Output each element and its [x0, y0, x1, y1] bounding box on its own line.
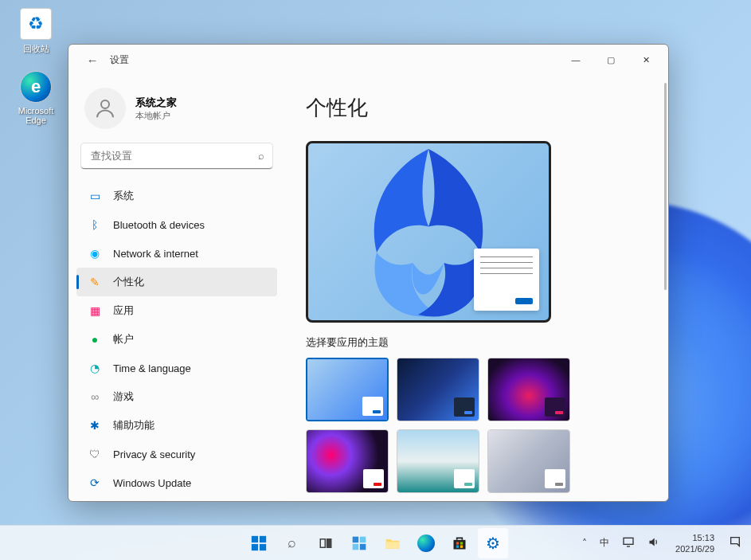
theme-grid [306, 358, 652, 493]
search-input[interactable] [81, 143, 272, 169]
titlebar[interactable]: ← 设置 — ▢ ✕ [68, 45, 668, 75]
time-icon: ◔ [88, 361, 102, 375]
sidebar: 系统之家 本地帐户 ⌕ ▭系统ᛒBluetooth & devices◉Netw… [68, 75, 284, 501]
sidebar-item-label: 辅助功能 [113, 418, 155, 433]
taskbar-center: ⌕ ⚙ [244, 528, 508, 558]
svg-rect-9 [352, 543, 358, 550]
theme-option-4[interactable] [306, 429, 389, 493]
sidebar-item-system[interactable]: ▭系统 [76, 182, 277, 210]
notification-icon[interactable] [721, 535, 749, 551]
update-icon: ⟳ [88, 476, 102, 490]
account-name: 系统之家 [135, 96, 177, 110]
sidebar-item-personalization[interactable]: ✎个性化 [76, 268, 277, 296]
sidebar-item-bluetooth[interactable]: ᛒBluetooth & devices [76, 210, 277, 239]
taskbar: ⌕ ⚙ ˄ 中 15:13 2021/ [0, 525, 751, 560]
search-box[interactable]: ⌕ [81, 143, 272, 169]
network-icon: ◉ [88, 246, 102, 260]
accounts-icon: ● [88, 332, 102, 347]
svg-rect-16 [460, 545, 462, 547]
sidebar-item-label: Privacy & security [113, 448, 195, 460]
accessibility-icon: ✱ [88, 418, 102, 433]
desktop-icon-label: Microsoft Edge [8, 106, 64, 125]
page-title: 个性化 [306, 94, 652, 122]
sidebar-item-label: Time & language [113, 362, 191, 374]
sidebar-item-privacy[interactable]: 🛡Privacy & security [76, 440, 277, 468]
sidebar-item-label: 系统 [113, 189, 134, 203]
svg-point-0 [101, 100, 109, 108]
theme-preview[interactable] [306, 141, 551, 323]
svg-rect-14 [460, 542, 462, 544]
main-content: 个性化 选择要应用的主题 [284, 75, 668, 501]
scrollbar[interactable] [664, 83, 667, 290]
gaming-icon: ∞ [88, 390, 102, 404]
theme-option-6[interactable] [487, 429, 570, 493]
svg-rect-5 [320, 538, 325, 547]
privacy-icon: 🛡 [88, 447, 102, 461]
store-icon[interactable] [444, 528, 475, 558]
svg-rect-12 [453, 539, 465, 549]
theme-option-5[interactable] [397, 429, 479, 493]
close-button[interactable]: ✕ [628, 48, 663, 72]
system-tray: ˄ 中 15:13 2021/6/29 [573, 532, 749, 554]
desktop-icon-label: 回收站 [23, 43, 49, 55]
svg-rect-13 [456, 542, 458, 544]
desktop-icon-edge[interactable]: e Microsoft Edge [8, 71, 64, 125]
sidebar-item-accounts[interactable]: ●帐户 [76, 325, 277, 354]
system-icon: ▭ [88, 189, 102, 203]
sidebar-item-gaming[interactable]: ∞游戏 [76, 382, 277, 411]
sidebar-item-apps[interactable]: ▦应用 [76, 296, 277, 325]
theme-option-3[interactable] [487, 358, 570, 421]
maximize-button[interactable]: ▢ [593, 48, 628, 72]
sidebar-item-update[interactable]: ⟳Windows Update [76, 468, 277, 497]
personalization-icon: ✎ [88, 275, 102, 289]
svg-rect-7 [352, 536, 358, 542]
svg-rect-3 [251, 543, 257, 550]
edge-taskbar-icon[interactable] [411, 528, 441, 558]
svg-rect-6 [327, 538, 331, 547]
task-view-icon[interactable] [311, 528, 341, 558]
apps-icon: ▦ [88, 303, 102, 318]
svg-rect-1 [251, 535, 257, 542]
sidebar-item-label: Network & internet [113, 248, 198, 260]
network-tray-icon[interactable] [619, 533, 638, 553]
sidebar-item-accessibility[interactable]: ✱辅助功能 [76, 411, 277, 440]
svg-rect-17 [624, 538, 633, 544]
nav-list: ▭系统ᛒBluetooth & devices◉Network & intern… [76, 182, 277, 497]
back-button[interactable]: ← [81, 49, 104, 71]
file-explorer-icon[interactable] [377, 528, 408, 558]
desktop-icon-recycle-bin[interactable]: ♻ 回收站 [8, 8, 64, 55]
taskbar-search-icon[interactable]: ⌕ [277, 528, 307, 558]
svg-rect-4 [259, 543, 265, 550]
ime-indicator[interactable]: 中 [596, 533, 612, 553]
sidebar-item-label: Windows Update [113, 477, 191, 489]
taskbar-clock[interactable]: 15:13 2021/6/29 [671, 532, 719, 554]
svg-rect-8 [359, 536, 366, 542]
window-title: 设置 [110, 53, 129, 67]
sidebar-item-label: 个性化 [113, 275, 144, 289]
sidebar-item-label: 游戏 [113, 390, 134, 404]
svg-rect-15 [456, 545, 458, 547]
theme-option-2[interactable] [397, 358, 479, 421]
edge-icon: e [20, 71, 52, 103]
widgets-icon[interactable] [344, 528, 374, 558]
account-block[interactable]: 系统之家 本地帐户 [76, 81, 277, 142]
start-button[interactable] [244, 528, 274, 558]
themes-label: 选择要应用的主题 [306, 335, 652, 350]
volume-tray-icon[interactable] [644, 533, 663, 554]
svg-rect-11 [385, 542, 399, 548]
sidebar-item-time[interactable]: ◔Time & language [76, 354, 277, 382]
sidebar-item-network[interactable]: ◉Network & internet [76, 239, 277, 268]
sidebar-item-label: Bluetooth & devices [113, 219, 205, 231]
recycle-bin-icon: ♻ [20, 8, 52, 40]
svg-rect-2 [259, 535, 265, 542]
avatar-icon [84, 88, 126, 129]
settings-window: ← 设置 — ▢ ✕ 系统之家 本地帐户 ⌕ ▭系统ᛒBluetooth & d… [68, 44, 669, 502]
sidebar-item-label: 应用 [113, 303, 134, 318]
clock-time: 15:13 [675, 532, 714, 543]
minimize-button[interactable]: — [558, 48, 593, 72]
tray-chevron-icon[interactable]: ˄ [579, 535, 590, 552]
preview-mini-window [474, 249, 539, 311]
theme-option-1[interactable] [306, 358, 389, 421]
settings-taskbar-icon[interactable]: ⚙ [478, 528, 508, 558]
desktop-icons: ♻ 回收站 e Microsoft Edge [8, 8, 64, 125]
